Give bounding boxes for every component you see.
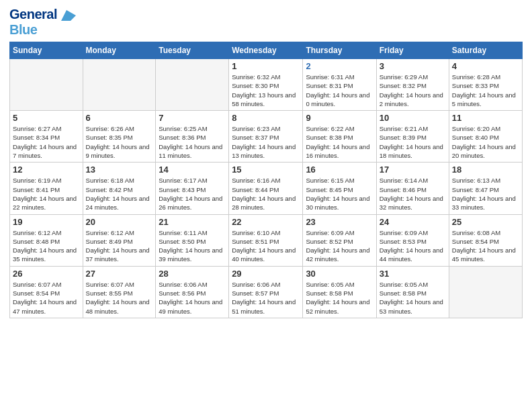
sun-info: Sunrise: 6:08 AMSunset: 8:54 PMDaylight:… xyxy=(452,228,519,264)
day-number: 7 xyxy=(159,113,226,123)
day-cell: 28Sunrise: 6:06 AMSunset: 8:56 PMDayligh… xyxy=(156,266,229,318)
day-number: 22 xyxy=(232,217,300,227)
sun-info: Sunrise: 6:31 AMSunset: 8:31 PMDaylight:… xyxy=(306,73,373,108)
logo-blue-text: Blue xyxy=(9,22,37,37)
weekday-header-row: SundayMondayTuesdayWednesdayThursdayFrid… xyxy=(10,42,523,59)
sun-info: Sunrise: 6:23 AMSunset: 8:37 PMDaylight:… xyxy=(232,124,300,160)
sun-info: Sunrise: 6:21 AMSunset: 8:39 PMDaylight:… xyxy=(380,124,446,160)
sun-info: Sunrise: 6:29 AMSunset: 8:32 PMDaylight:… xyxy=(380,73,446,108)
sun-info: Sunrise: 6:26 AMSunset: 8:35 PMDaylight:… xyxy=(86,124,153,160)
weekday-header-saturday: Saturday xyxy=(449,42,522,59)
sun-info: Sunrise: 6:27 AMSunset: 8:34 PMDaylight:… xyxy=(13,124,80,160)
day-number: 12 xyxy=(13,165,80,175)
sun-info: Sunrise: 6:25 AMSunset: 8:36 PMDaylight:… xyxy=(159,124,226,160)
day-number: 19 xyxy=(13,217,80,227)
day-cell xyxy=(156,59,229,111)
day-number: 5 xyxy=(13,113,80,123)
day-number: 26 xyxy=(13,269,80,279)
sun-info: Sunrise: 6:12 AMSunset: 8:49 PMDaylight:… xyxy=(86,228,153,264)
day-number: 30 xyxy=(306,269,373,279)
week-row-5: 26Sunrise: 6:07 AMSunset: 8:54 PMDayligh… xyxy=(10,266,523,318)
day-number: 28 xyxy=(159,269,226,279)
day-cell: 13Sunrise: 6:18 AMSunset: 8:42 PMDayligh… xyxy=(83,163,156,214)
day-cell: 23Sunrise: 6:09 AMSunset: 8:52 PMDayligh… xyxy=(303,214,376,266)
day-number: 15 xyxy=(232,165,300,175)
day-number: 24 xyxy=(380,217,446,227)
day-number: 10 xyxy=(380,113,446,123)
day-cell: 15Sunrise: 6:16 AMSunset: 8:44 PMDayligh… xyxy=(229,163,303,214)
day-cell: 19Sunrise: 6:12 AMSunset: 8:48 PMDayligh… xyxy=(10,214,83,266)
weekday-header-friday: Friday xyxy=(376,42,449,59)
sun-info: Sunrise: 6:14 AMSunset: 8:46 PMDaylight:… xyxy=(380,176,446,212)
sun-info: Sunrise: 6:22 AMSunset: 8:38 PMDaylight:… xyxy=(306,124,373,160)
sun-info: Sunrise: 6:11 AMSunset: 8:50 PMDaylight:… xyxy=(159,228,226,264)
day-number: 31 xyxy=(380,269,446,279)
week-row-3: 12Sunrise: 6:19 AMSunset: 8:41 PMDayligh… xyxy=(10,163,523,214)
sun-info: Sunrise: 6:07 AMSunset: 8:55 PMDaylight:… xyxy=(86,280,153,316)
weekday-header-monday: Monday xyxy=(83,42,156,59)
sun-info: Sunrise: 6:05 AMSunset: 8:58 PMDaylight:… xyxy=(306,280,373,316)
day-number: 25 xyxy=(452,217,519,227)
day-number: 17 xyxy=(380,165,446,175)
day-cell: 30Sunrise: 6:05 AMSunset: 8:58 PMDayligh… xyxy=(303,266,376,318)
svg-marker-0 xyxy=(61,10,76,21)
day-cell: 4Sunrise: 6:28 AMSunset: 8:33 PMDaylight… xyxy=(449,59,522,111)
sun-info: Sunrise: 6:10 AMSunset: 8:51 PMDaylight:… xyxy=(232,228,300,264)
day-number: 23 xyxy=(306,217,373,227)
day-number: 29 xyxy=(232,269,300,279)
weekday-header-wednesday: Wednesday xyxy=(229,42,303,59)
sun-info: Sunrise: 6:20 AMSunset: 8:40 PMDaylight:… xyxy=(452,124,519,160)
day-cell: 26Sunrise: 6:07 AMSunset: 8:54 PMDayligh… xyxy=(10,266,83,318)
day-cell xyxy=(83,59,156,111)
day-cell: 20Sunrise: 6:12 AMSunset: 8:49 PMDayligh… xyxy=(83,214,156,266)
sun-info: Sunrise: 6:05 AMSunset: 8:58 PMDaylight:… xyxy=(380,280,446,316)
week-row-1: 1Sunrise: 6:32 AMSunset: 8:30 PMDaylight… xyxy=(10,59,523,111)
day-number: 13 xyxy=(86,165,153,175)
day-number: 16 xyxy=(306,165,373,175)
day-number: 2 xyxy=(306,61,373,71)
day-cell: 31Sunrise: 6:05 AMSunset: 8:58 PMDayligh… xyxy=(376,266,449,318)
day-cell: 6Sunrise: 6:26 AMSunset: 8:35 PMDaylight… xyxy=(83,111,156,163)
day-cell: 17Sunrise: 6:14 AMSunset: 8:46 PMDayligh… xyxy=(376,163,449,214)
day-cell: 10Sunrise: 6:21 AMSunset: 8:39 PMDayligh… xyxy=(376,111,449,163)
weekday-header-sunday: Sunday xyxy=(10,42,83,59)
day-number: 11 xyxy=(452,113,519,123)
sun-info: Sunrise: 6:06 AMSunset: 8:57 PMDaylight:… xyxy=(232,280,300,316)
day-cell: 2Sunrise: 6:31 AMSunset: 8:31 PMDaylight… xyxy=(303,59,376,111)
sun-info: Sunrise: 6:06 AMSunset: 8:56 PMDaylight:… xyxy=(159,280,226,316)
day-number: 27 xyxy=(86,269,153,279)
logo-icon xyxy=(61,10,76,21)
day-number: 20 xyxy=(86,217,153,227)
day-cell: 5Sunrise: 6:27 AMSunset: 8:34 PMDaylight… xyxy=(10,111,83,163)
logo-text: General xyxy=(9,7,76,22)
day-cell: 25Sunrise: 6:08 AMSunset: 8:54 PMDayligh… xyxy=(449,214,522,266)
day-cell: 22Sunrise: 6:10 AMSunset: 8:51 PMDayligh… xyxy=(229,214,303,266)
day-cell: 7Sunrise: 6:25 AMSunset: 8:36 PMDaylight… xyxy=(156,111,229,163)
day-cell: 24Sunrise: 6:09 AMSunset: 8:53 PMDayligh… xyxy=(376,214,449,266)
day-cell: 9Sunrise: 6:22 AMSunset: 8:38 PMDaylight… xyxy=(303,111,376,163)
day-cell xyxy=(449,266,522,318)
sun-info: Sunrise: 6:17 AMSunset: 8:43 PMDaylight:… xyxy=(159,176,226,212)
sun-info: Sunrise: 6:13 AMSunset: 8:47 PMDaylight:… xyxy=(452,176,519,212)
day-cell: 14Sunrise: 6:17 AMSunset: 8:43 PMDayligh… xyxy=(156,163,229,214)
weekday-header-tuesday: Tuesday xyxy=(156,42,229,59)
sun-info: Sunrise: 6:32 AMSunset: 8:30 PMDaylight:… xyxy=(232,73,300,108)
day-cell: 1Sunrise: 6:32 AMSunset: 8:30 PMDaylight… xyxy=(229,59,303,111)
weekday-header-thursday: Thursday xyxy=(303,42,376,59)
sun-info: Sunrise: 6:09 AMSunset: 8:52 PMDaylight:… xyxy=(306,228,373,264)
day-cell: 27Sunrise: 6:07 AMSunset: 8:55 PMDayligh… xyxy=(83,266,156,318)
day-number: 8 xyxy=(232,113,300,123)
header: General Blue xyxy=(9,7,523,38)
week-row-4: 19Sunrise: 6:12 AMSunset: 8:48 PMDayligh… xyxy=(10,214,523,266)
day-cell: 8Sunrise: 6:23 AMSunset: 8:37 PMDaylight… xyxy=(229,111,303,163)
day-cell: 3Sunrise: 6:29 AMSunset: 8:32 PMDaylight… xyxy=(376,59,449,111)
day-number: 21 xyxy=(159,217,226,227)
sun-info: Sunrise: 6:19 AMSunset: 8:41 PMDaylight:… xyxy=(13,176,80,212)
day-number: 4 xyxy=(452,61,519,71)
logo: General Blue xyxy=(9,7,76,38)
calendar-table: SundayMondayTuesdayWednesdayThursdayFrid… xyxy=(9,42,523,318)
page: General Blue SundayMondayTuesdayWednesda… xyxy=(0,0,532,411)
sun-info: Sunrise: 6:15 AMSunset: 8:45 PMDaylight:… xyxy=(306,176,373,212)
day-cell xyxy=(10,59,83,111)
day-number: 18 xyxy=(452,165,519,175)
